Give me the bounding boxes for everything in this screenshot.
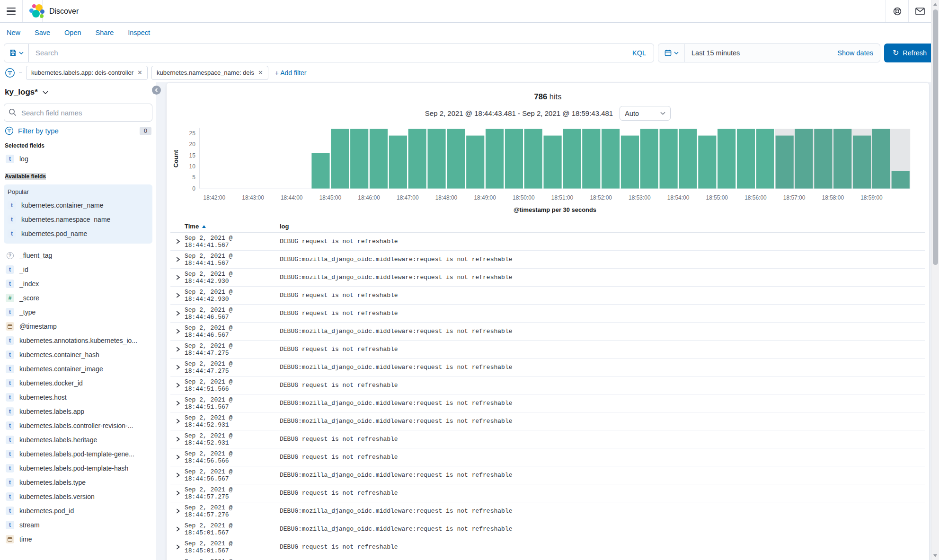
expand-row-button[interactable]	[170, 365, 185, 370]
time-range-value[interactable]: Last 15 minutes	[685, 49, 837, 57]
app-title-section: Discover	[42, 0, 85, 22]
expand-row-button[interactable]	[170, 383, 185, 388]
field-item[interactable]: t kubernetes.pod_name	[6, 227, 151, 241]
table-row: Sep 2, 2021 @ 18:44:57.276 DEBUG:mozilla…	[170, 502, 925, 520]
field-item[interactable]: t kubernetes.pod_id	[4, 504, 152, 518]
field-item[interactable]: t kubernetes.docker_id	[4, 376, 152, 390]
scrollbar-down-arrow[interactable]	[933, 554, 937, 557]
svg-text:@timestamp per 30 seconds: @timestamp per 30 seconds	[514, 206, 596, 213]
expand-row-button[interactable]	[170, 544, 185, 550]
field-item[interactable]: t kubernetes.labels.app	[4, 404, 152, 419]
remove-filter-icon[interactable]: ✕	[258, 69, 263, 76]
expand-row-button[interactable]	[170, 526, 185, 532]
expand-row-button[interactable]	[170, 329, 185, 334]
field-item[interactable]: t kubernetes.labels.pod-template-gene...	[4, 447, 152, 461]
svg-text:18:59:00: 18:59:00	[860, 194, 883, 201]
field-item[interactable]: t kubernetes.labels.heritage	[4, 433, 152, 447]
filter-pill[interactable]: kubernetes.namespace_name: deis ✕	[151, 66, 268, 80]
row-time-cell: Sep 2, 2021 @ 18:44:41.567	[185, 235, 280, 249]
toolbar-link[interactable]: Share	[96, 29, 114, 36]
help-button[interactable]	[886, 0, 908, 22]
filter-pill[interactable]: kubernetes.labels.app: deis-controller ✕	[26, 66, 148, 80]
field-item[interactable]: t kubernetes.labels.type	[4, 475, 152, 490]
field-item[interactable]: t kubernetes.namespace_name	[6, 212, 151, 227]
row-log-cell: DEBUG request is not refreshable	[280, 454, 925, 461]
newsfeed-button[interactable]	[908, 0, 931, 22]
field-item[interactable]: t _id	[4, 262, 152, 277]
field-item[interactable]: ? _fluent_tag	[4, 248, 152, 262]
elastic-logo-icon[interactable]	[29, 4, 35, 19]
page-scrollbar[interactable]	[931, 0, 939, 560]
show-dates-button[interactable]: Show dates	[837, 49, 880, 57]
collapse-sidebar-button[interactable]	[152, 86, 161, 95]
table-row: Sep 2, 2021 @ 18:44:42.930 DEBUG request…	[170, 287, 925, 305]
field-item[interactable]: t log	[4, 152, 152, 166]
expand-row-button[interactable]	[170, 508, 185, 514]
log-column-header[interactable]: log	[280, 223, 925, 230]
scrollbar-up-arrow[interactable]	[933, 3, 937, 6]
field-name: @timestamp	[19, 323, 57, 330]
index-pattern-selector[interactable]: ky_logs*	[4, 87, 152, 98]
time-column-header[interactable]: Time	[185, 223, 280, 230]
chevron-right-icon	[175, 455, 180, 460]
expand-row-button[interactable]	[170, 257, 185, 262]
query-language-button[interactable]: KQL	[625, 49, 654, 57]
field-item[interactable]: time	[4, 532, 152, 546]
field-item[interactable]: t kubernetes.container_hash	[4, 348, 152, 362]
expand-row-button[interactable]	[170, 311, 185, 316]
hamburger-menu-icon[interactable]	[7, 8, 16, 15]
svg-text:18:58:00: 18:58:00	[822, 194, 844, 201]
svg-text:18:49:00: 18:49:00	[474, 194, 496, 201]
saved-query-menu-button[interactable]	[4, 44, 29, 62]
refresh-button[interactable]: ↻ Refresh	[884, 44, 935, 62]
field-item[interactable]: t kubernetes.labels.controller-revision-…	[4, 419, 152, 433]
filter-pill-group: kubernetes.labels.app: deis-controller ✕…	[26, 66, 268, 80]
field-item[interactable]: t _index	[4, 277, 152, 291]
expand-row-button[interactable]	[170, 455, 185, 460]
filter-by-type-button[interactable]: Filter by type	[5, 126, 59, 135]
toolbar-link[interactable]: Save	[35, 29, 50, 36]
expand-row-button[interactable]	[170, 472, 185, 478]
toolbar-link[interactable]: New	[7, 29, 20, 36]
expand-row-button[interactable]	[170, 347, 185, 352]
toolbar-link[interactable]: Inspect	[128, 29, 150, 36]
row-log-cell: DEBUG:mozilla_django_oidc.middleware:req…	[280, 274, 925, 281]
popular-fields-list: t kubernetes.container_name t kubernetes…	[6, 198, 151, 241]
search-input[interactable]	[29, 44, 625, 62]
expand-row-button[interactable]	[170, 419, 185, 424]
expand-row-button[interactable]	[170, 275, 185, 280]
field-item[interactable]: t kubernetes.annotations.kubernetes_io..…	[4, 333, 152, 348]
date-quick-menu-button[interactable]	[658, 44, 685, 62]
field-item[interactable]: t kubernetes.labels.version	[4, 490, 152, 504]
field-type-icon: t	[6, 280, 14, 288]
interval-select[interactable]: Auto	[620, 106, 671, 121]
field-item[interactable]: # _score	[4, 291, 152, 305]
filter-menu-button[interactable]	[5, 68, 15, 78]
expand-row-button[interactable]	[170, 490, 185, 496]
field-item[interactable]: t kubernetes.container_image	[4, 362, 152, 376]
add-filter-button[interactable]: + Add filter	[275, 69, 307, 77]
field-item[interactable]: t kubernetes.labels.pod-template-hash	[4, 461, 152, 475]
field-search-input[interactable]	[4, 104, 152, 122]
filter-type-count-badge: 0	[140, 127, 151, 135]
expand-row-button[interactable]	[170, 437, 185, 442]
field-item[interactable]: @timestamp	[4, 319, 152, 333]
table-row: Sep 2, 2021 @ 18:44:56.567 DEBUG:mozilla…	[170, 466, 925, 484]
histogram-chart[interactable]: 051015202518:42:0018:43:0018:44:0018:45:…	[170, 124, 925, 219]
field-item[interactable]: t kubernetes.host	[4, 390, 152, 404]
expand-row-button[interactable]	[170, 239, 185, 244]
row-log-cell: DEBUG:mozilla_django_oidc.middleware:req…	[280, 525, 925, 533]
field-item[interactable]: t kubernetes.container_name	[6, 198, 151, 212]
svg-text:20: 20	[189, 141, 196, 148]
field-item[interactable]: t _type	[4, 305, 152, 319]
remove-filter-icon[interactable]: ✕	[137, 69, 142, 76]
sort-ascending-icon[interactable]	[202, 225, 206, 228]
toolbar-link[interactable]: Open	[64, 29, 81, 36]
search-icon	[9, 108, 17, 116]
expand-row-button[interactable]	[170, 401, 185, 406]
svg-text:25: 25	[189, 130, 196, 137]
scrollbar-thumb[interactable]	[933, 9, 938, 265]
expand-row-button[interactable]	[170, 293, 185, 298]
field-item[interactable]: t stream	[4, 518, 152, 532]
histogram-bar	[737, 129, 755, 189]
